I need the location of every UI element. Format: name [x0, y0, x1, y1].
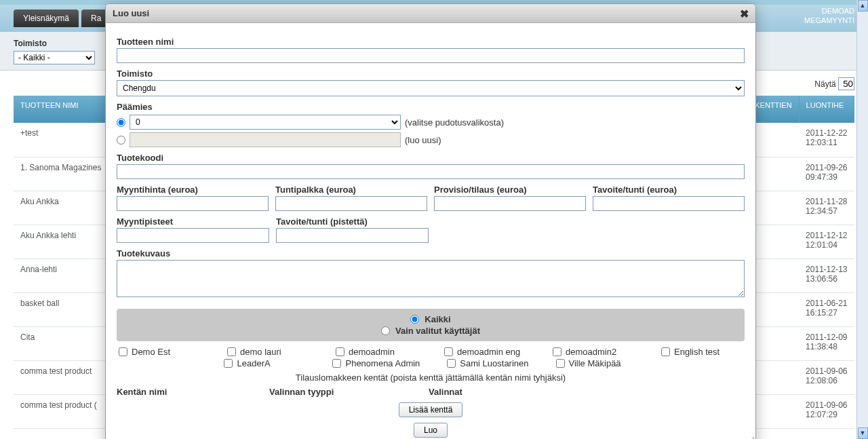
- col-header-selections: Valinnat: [429, 387, 564, 397]
- close-icon[interactable]: ✖: [740, 7, 749, 20]
- label-points: Myyntipisteet: [117, 216, 269, 227]
- visibility-selected-radio[interactable]: [381, 326, 390, 335]
- modal-title-text: Luo uusi: [113, 8, 149, 18]
- cell-created: 2011-12-0911:38:48: [799, 326, 854, 360]
- col-header-selection-type: Valinnan tyyppi: [269, 387, 429, 397]
- visibility-box: Kaikki Vain valitut käyttäjät: [117, 309, 745, 341]
- label-target-pts: Tavoite/tunti (pistettä): [276, 216, 429, 227]
- user-checkbox[interactable]: Demo Est: [119, 347, 200, 357]
- target-pts-input[interactable]: [276, 228, 429, 243]
- scroll-up-icon[interactable]: ▲: [858, 0, 868, 12]
- points-input[interactable]: [117, 228, 269, 243]
- commission-input[interactable]: [434, 196, 586, 211]
- target-eur-input[interactable]: [593, 196, 745, 211]
- principal-new-radio[interactable]: [117, 136, 125, 145]
- cell-created: 2011-12-2212:03:11: [799, 123, 854, 157]
- filter-office-select[interactable]: - Kaikki -: [14, 51, 95, 64]
- user-checkbox[interactable]: demoadmin eng: [444, 347, 526, 357]
- user-checkbox-input[interactable]: [444, 347, 453, 356]
- label-target-eur: Tavoite/tunti (euroa): [593, 185, 745, 195]
- user-checkbox-input[interactable]: [447, 359, 456, 368]
- cell-created: 2011-12-1212:01:04: [799, 225, 854, 259]
- user-checkbox-input[interactable]: [553, 347, 561, 356]
- scroll-down-icon[interactable]: ▼: [858, 427, 868, 439]
- user-checkbox-input[interactable]: [336, 347, 344, 356]
- principal-select[interactable]: 0: [130, 115, 401, 130]
- user-checkbox-input[interactable]: [224, 359, 233, 368]
- cell-created: 2011-06-2116:15:27: [799, 292, 854, 326]
- user-checkbox[interactable]: demo lauri: [227, 347, 309, 357]
- modal-titlebar[interactable]: Luo uusi ✖: [106, 4, 755, 23]
- visibility-all-label: Kaikki: [425, 314, 450, 324]
- page-scrollbar[interactable]: ▲ ▼: [856, 0, 868, 439]
- label-office: Toimisto: [117, 69, 745, 79]
- label-product-code: Tuotekoodi: [117, 153, 745, 163]
- label-principal: Päämies: [117, 102, 745, 112]
- user-checkboxes: Demo Est demo lauri demoadmin demoadmin …: [117, 347, 745, 368]
- description-textarea[interactable]: [117, 260, 745, 297]
- label-hourly: Tuntipalkka (euroa): [275, 185, 427, 195]
- user-checkbox[interactable]: Sami Luostarinen: [447, 358, 528, 368]
- user-checkbox-input[interactable]: [227, 347, 236, 356]
- principal-dropdown-hint: (valitse pudotusvalikosta): [405, 117, 504, 128]
- user-checkbox-input[interactable]: [119, 347, 127, 356]
- show-count-input[interactable]: [838, 77, 854, 90]
- label-commission: Provisio/tilaus (euroa): [434, 185, 586, 195]
- tab-overview[interactable]: Yleisnäkymä: [14, 9, 79, 27]
- cell-created: 2011-09-2609:47:39: [799, 157, 854, 191]
- visibility-selected-label: Vain valitut käyttäjät: [395, 326, 480, 336]
- user-checkbox[interactable]: LeaderA: [224, 358, 305, 368]
- product-name-input[interactable]: [117, 48, 745, 63]
- principal-new-hint: (luo uusi): [405, 135, 441, 145]
- user-checkbox[interactable]: English test: [661, 347, 743, 357]
- principal-existing-radio[interactable]: [117, 118, 125, 127]
- cell-created: 2011-09-0612:07:29: [799, 394, 854, 428]
- cell-created: 2011-12-1313:06:56: [799, 259, 854, 292]
- create-product-modal: Luo uusi ✖ Tuotteen nimi Toimisto Chengd…: [105, 3, 756, 439]
- user-checkbox-input[interactable]: [556, 359, 565, 368]
- create-button[interactable]: Luo: [414, 423, 448, 438]
- hourly-input[interactable]: [275, 196, 427, 211]
- user-checkbox[interactable]: Ville Mäkipää: [556, 358, 637, 368]
- label-sale-price: Myyntihinta (euroa): [117, 185, 269, 195]
- user-checkbox-input[interactable]: [332, 359, 341, 368]
- visibility-all-radio[interactable]: [410, 315, 419, 324]
- cell-created: 2011-09-0612:08:06: [799, 360, 854, 394]
- sale-price-input[interactable]: [117, 196, 269, 211]
- form-fields-note: Tilauslomakkeen kentät (poista kenttä jä…: [117, 373, 745, 383]
- user-checkbox[interactable]: Phenomena Admin: [332, 358, 420, 368]
- principal-new-input: [130, 132, 401, 147]
- label-product-name: Tuotteen nimi: [117, 37, 745, 47]
- user-checkbox[interactable]: demoadmin2: [553, 347, 634, 357]
- label-description: Tuotekuvaus: [117, 248, 745, 259]
- header-user-info: DEMOAD MEGAMYYNTI: [804, 6, 854, 25]
- resize-handle-icon[interactable]: [745, 435, 754, 439]
- user-checkbox-input[interactable]: [661, 347, 670, 356]
- user-checkbox[interactable]: demoadmin: [336, 347, 417, 357]
- add-field-button[interactable]: Lisää kenttä: [399, 402, 463, 417]
- col-created[interactable]: LUONTIHE: [799, 96, 854, 123]
- office-select[interactable]: Chengdu: [117, 80, 745, 96]
- product-code-input[interactable]: [117, 164, 745, 179]
- show-label: Näytä: [814, 79, 835, 89]
- cell-created: 2011-11-2812:34:57: [799, 191, 854, 225]
- col-header-field-name: Kentän nimi: [117, 387, 269, 397]
